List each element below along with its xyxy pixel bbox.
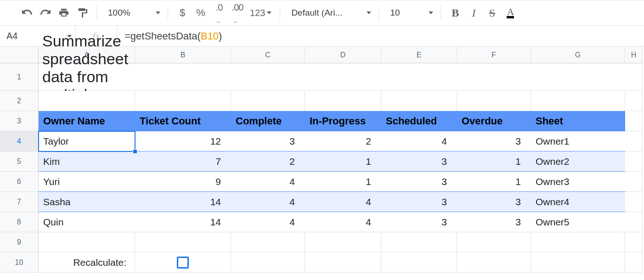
table-cell-in_progress[interactable]: 1 bbox=[305, 151, 381, 172]
cell-blank[interactable] bbox=[381, 252, 457, 273]
recalculate-checkbox-cell[interactable] bbox=[135, 252, 231, 273]
row-header-2[interactable]: 2 bbox=[0, 91, 39, 111]
cell-blank[interactable] bbox=[305, 232, 381, 252]
table-cell-scheduled[interactable]: 3 bbox=[381, 212, 457, 232]
cell-blank[interactable] bbox=[625, 111, 643, 131]
table-cell-scheduled[interactable]: 3 bbox=[381, 151, 457, 172]
table-cell-overdue[interactable]: 1 bbox=[457, 172, 531, 192]
table-cell-scheduled[interactable]: 3 bbox=[381, 192, 457, 212]
table-cell-owner[interactable]: Kim bbox=[39, 151, 135, 172]
table-cell-overdue[interactable]: 3 bbox=[457, 212, 531, 232]
table-cell-in_progress[interactable]: 4 bbox=[305, 212, 381, 232]
cell-blank[interactable] bbox=[625, 232, 643, 252]
table-cell-complete[interactable]: 4 bbox=[231, 212, 305, 232]
text-color-button[interactable]: A bbox=[502, 5, 519, 21]
table-cell-in_progress[interactable]: 1 bbox=[305, 172, 381, 192]
col-header-B[interactable]: B bbox=[135, 47, 231, 63]
cell-blank[interactable] bbox=[381, 232, 457, 252]
cell-blank[interactable] bbox=[231, 232, 305, 252]
table-cell-in_progress[interactable]: 4 bbox=[305, 192, 381, 212]
cell-blank[interactable] bbox=[135, 232, 231, 252]
col-header-E[interactable]: E bbox=[381, 47, 457, 63]
table-cell-sheet[interactable]: Owner5 bbox=[531, 212, 625, 232]
table-cell-scheduled[interactable]: 4 bbox=[381, 131, 457, 151]
cell-blank[interactable] bbox=[625, 91, 643, 111]
col-header-H[interactable]: H bbox=[625, 47, 643, 63]
cell-blank[interactable] bbox=[381, 63, 457, 91]
bold-button[interactable]: B bbox=[446, 5, 464, 21]
table-cell-ticket_count[interactable]: 9 bbox=[135, 172, 231, 192]
table-cell-ticket_count[interactable]: 12 bbox=[135, 131, 231, 151]
cell-blank[interactable] bbox=[231, 91, 305, 111]
cell-blank[interactable] bbox=[305, 252, 381, 273]
row-header-1[interactable]: 1 bbox=[0, 63, 39, 91]
cell-blank[interactable] bbox=[625, 131, 643, 151]
cell-blank[interactable] bbox=[231, 63, 305, 91]
recalculate-checkbox[interactable] bbox=[177, 257, 189, 269]
row-header-10[interactable]: 10 bbox=[0, 252, 39, 273]
cell-blank[interactable] bbox=[531, 63, 625, 91]
table-cell-ticket_count[interactable]: 14 bbox=[135, 192, 231, 212]
col-header-G[interactable]: G bbox=[531, 47, 625, 63]
table-cell-in_progress[interactable]: 2 bbox=[305, 131, 381, 151]
cell-blank[interactable] bbox=[625, 151, 643, 172]
cell-blank[interactable] bbox=[39, 91, 135, 111]
col-header-D[interactable]: D bbox=[305, 47, 381, 63]
cell-blank[interactable] bbox=[305, 63, 381, 91]
decrease-decimal-button[interactable]: .0← bbox=[210, 5, 228, 21]
table-cell-ticket_count[interactable]: 7 bbox=[135, 151, 231, 172]
cell-blank[interactable] bbox=[625, 192, 643, 212]
table-cell-scheduled[interactable]: 3 bbox=[381, 172, 457, 192]
table-cell-overdue[interactable]: 1 bbox=[457, 151, 531, 172]
table-cell-owner[interactable]: Sasha bbox=[39, 192, 135, 212]
currency-format-button[interactable]: $ bbox=[174, 5, 191, 21]
col-header-C[interactable]: C bbox=[231, 47, 305, 63]
cell-blank[interactable] bbox=[531, 91, 625, 111]
cell-blank[interactable] bbox=[39, 232, 135, 252]
row-header-8[interactable]: 8 bbox=[0, 212, 39, 232]
number-format-combo[interactable]: 123 bbox=[247, 5, 274, 21]
row-header-4[interactable]: 4 bbox=[0, 131, 39, 151]
table-cell-sheet[interactable]: Owner4 bbox=[531, 192, 625, 212]
redo-button[interactable] bbox=[37, 5, 54, 21]
table-cell-sheet[interactable]: Owner2 bbox=[531, 151, 625, 172]
cell-blank[interactable] bbox=[457, 232, 531, 252]
font-combo[interactable]: Default (Ari... bbox=[286, 5, 373, 21]
paint-format-button[interactable] bbox=[73, 5, 91, 21]
col-header-F[interactable]: F bbox=[457, 47, 531, 63]
cell-blank[interactable] bbox=[625, 252, 643, 273]
italic-button[interactable]: I bbox=[465, 5, 482, 21]
cell-blank[interactable] bbox=[625, 212, 643, 232]
undo-button[interactable] bbox=[18, 5, 36, 21]
table-cell-complete[interactable]: 2 bbox=[231, 151, 305, 172]
font-size-combo[interactable]: 10 bbox=[384, 5, 435, 21]
fill-handle[interactable] bbox=[133, 149, 137, 154]
table-cell-overdue[interactable]: 3 bbox=[457, 131, 531, 151]
cell-blank[interactable] bbox=[457, 91, 531, 111]
table-cell-complete[interactable]: 4 bbox=[231, 172, 305, 192]
row-header-7[interactable]: 7 bbox=[0, 192, 39, 212]
cell-blank[interactable] bbox=[231, 252, 305, 273]
zoom-combo[interactable]: 100% bbox=[102, 5, 162, 21]
row-header-3[interactable]: 3 bbox=[0, 111, 39, 131]
row-header-5[interactable]: 5 bbox=[0, 151, 39, 172]
select-all-corner[interactable] bbox=[0, 47, 39, 63]
cell-blank[interactable] bbox=[381, 91, 457, 111]
spreadsheet-grid[interactable]: ABCDEFGH1Summarize spreadsheet data from… bbox=[0, 47, 644, 273]
cell-blank[interactable] bbox=[457, 252, 531, 273]
table-cell-complete[interactable]: 4 bbox=[231, 192, 305, 212]
table-cell-sheet[interactable]: Owner3 bbox=[531, 172, 625, 192]
row-header-9[interactable]: 9 bbox=[0, 232, 39, 252]
strikethrough-button[interactable]: S bbox=[483, 5, 501, 21]
table-cell-complete[interactable]: 3 bbox=[231, 131, 305, 151]
cell-blank[interactable] bbox=[531, 232, 625, 252]
table-cell-owner[interactable]: Taylor bbox=[39, 131, 135, 151]
formula-input[interactable]: =getSheetsData(B10) bbox=[117, 30, 644, 42]
table-cell-ticket_count[interactable]: 14 bbox=[135, 212, 231, 232]
table-cell-overdue[interactable]: 3 bbox=[457, 192, 531, 212]
cell-blank[interactable] bbox=[305, 91, 381, 111]
increase-decimal-button[interactable]: .00→ bbox=[229, 5, 246, 21]
cell-blank[interactable] bbox=[625, 63, 643, 91]
cell-blank[interactable] bbox=[531, 252, 625, 273]
table-cell-owner[interactable]: Quin bbox=[39, 212, 135, 232]
